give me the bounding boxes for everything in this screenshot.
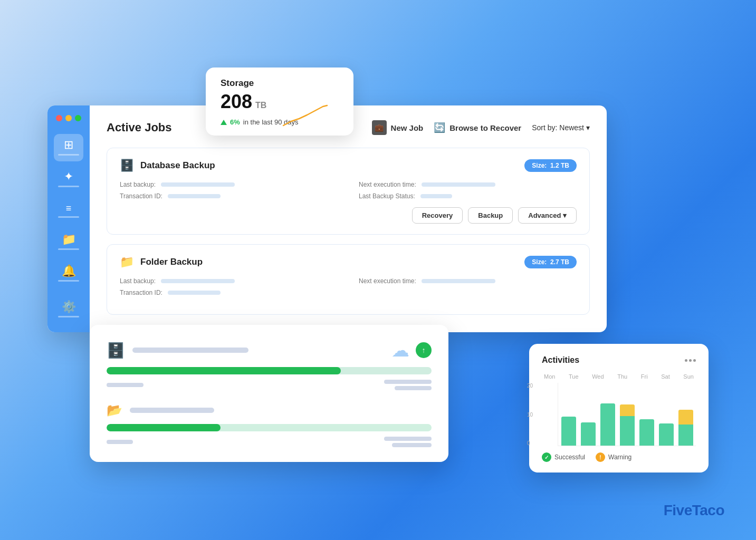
transfer-db-icon: 🗄️ (107, 342, 125, 359)
progress-bar-folder (107, 424, 432, 431)
legend-warning: ! Warning (596, 452, 631, 462)
globe-icon: ✦ (64, 171, 73, 182)
header-actions: 💼 New Job 🔄 Browse to Recover Sort by: N… (372, 120, 590, 135)
storage-pct: 6% (230, 118, 240, 126)
sidebar-item-list[interactable]: ≡ (54, 197, 83, 224)
storage-unit: TB (255, 101, 266, 110)
sidebar-item-globe[interactable]: ✦ (54, 166, 83, 193)
bar-sun (677, 410, 694, 446)
field-last-backup: Last backup: (120, 181, 338, 188)
field-transaction-id: Transaction ID: (120, 192, 338, 200)
transfer-card: 🗄️ ☁ ↑ 📂 (90, 325, 448, 462)
job-card-database-backup: 🗄️ Database Backup Size: 1.2 TB Last bac… (107, 148, 590, 235)
job-size-badge-folder: Size: 2.7 TB (524, 256, 577, 268)
maximize-button[interactable] (75, 115, 81, 121)
more-options-icon[interactable] (685, 359, 696, 362)
sort-button[interactable]: Sort by: Newest ▾ (532, 123, 590, 132)
storage-card: Storage 208 TB 6% in the last 90 days (206, 68, 353, 136)
storage-chart-svg (281, 100, 328, 129)
brand-name: FiveTaco (664, 502, 724, 519)
job-size-badge-database: Size: 1.2 TB (524, 159, 577, 172)
list-icon: ≡ (66, 204, 72, 213)
field-folder-last-backup: Last backup: (120, 277, 338, 285)
chevron-down-icon: ▾ (586, 123, 590, 132)
bar-chart (558, 383, 696, 446)
settings-icon: ⚙️ (62, 301, 76, 313)
minimize-button[interactable] (65, 115, 72, 121)
cloud-icon: ☁ (391, 340, 409, 361)
sidebar-item-notifications[interactable]: 🔔 (54, 260, 83, 287)
sidebar: ⊞ ✦ ≡ 📁 🔔 ⚙️ (47, 105, 90, 332)
bar-mon (560, 417, 577, 446)
backup-button[interactable]: Backup (468, 207, 513, 224)
storage-title: Storage (221, 78, 339, 89)
new-job-icon: 💼 (372, 120, 387, 135)
storage-value: 208 (221, 91, 252, 113)
recovery-button[interactable]: Recovery (412, 207, 463, 224)
main-content: Active Jobs 💼 New Job 🔄 Browse to Recove… (90, 105, 607, 332)
transfer-folder-icon: 📂 (107, 403, 122, 418)
field-backup-status: Last Backup Status: (359, 192, 577, 200)
main-window: ⊞ ✦ ≡ 📁 🔔 ⚙️ Active Jobs (47, 105, 607, 332)
page-title: Active Jobs (107, 121, 172, 134)
job-name-database: Database Backup (140, 160, 215, 171)
transfer-item-folder: 📂 (107, 403, 432, 447)
new-job-button[interactable]: 💼 New Job (372, 120, 424, 135)
trend-arrow (221, 120, 227, 125)
activities-title: Activities (542, 355, 579, 365)
activities-chart: Mon Tue Wed Thu Fri Sat Sun 20 10 0 (542, 373, 696, 446)
recover-icon: 🔄 (434, 122, 445, 133)
bar-thu (619, 404, 635, 446)
chart-days: Mon Tue Wed Thu Fri Sat Sun (542, 373, 696, 380)
folder-icon: 📁 (62, 234, 76, 245)
field-folder-next-execution: Next execution time: (359, 277, 577, 285)
folder-backup-icon: 📁 (120, 255, 134, 269)
sidebar-item-settings[interactable]: ⚙️ (54, 295, 83, 323)
field-next-execution: Next execution time: (359, 181, 577, 188)
database-icon: 🗄️ (120, 159, 134, 172)
warning-icon: ! (596, 452, 605, 462)
advanced-button[interactable]: Advanced ▾ (518, 207, 577, 224)
sidebar-item-dashboard[interactable]: ⊞ (54, 134, 83, 161)
upload-arrow-icon: ↑ (416, 342, 432, 358)
browse-recover-button[interactable]: 🔄 Browse to Recover (434, 122, 521, 133)
dashboard-icon: ⊞ (64, 139, 73, 151)
sidebar-item-folder[interactable]: 📁 (54, 228, 83, 256)
legend-successful: ✓ Successful (542, 452, 585, 462)
field-folder-transaction-id: Transaction ID: (120, 289, 338, 296)
bar-tue (580, 422, 596, 446)
activities-card: Activities Mon Tue Wed Thu Fri Sat Sun 2… (529, 344, 709, 472)
bar-wed (599, 403, 616, 446)
y-axis-labels: 20 10 0 (527, 383, 533, 446)
progress-bar-db (107, 367, 432, 374)
bell-icon: 🔔 (62, 265, 76, 277)
bar-sat (658, 423, 674, 446)
window-controls (56, 115, 81, 121)
close-button[interactable] (56, 115, 62, 121)
bar-fri (638, 419, 655, 446)
transfer-item-db: 🗄️ ☁ ↑ (107, 340, 432, 390)
successful-icon: ✓ (542, 452, 551, 462)
job-card-folder-backup: 📁 Folder Backup Size: 2.7 TB Last backup… (107, 244, 590, 315)
job-name-folder: Folder Backup (140, 257, 203, 267)
chart-legend: ✓ Successful ! Warning (542, 452, 696, 462)
